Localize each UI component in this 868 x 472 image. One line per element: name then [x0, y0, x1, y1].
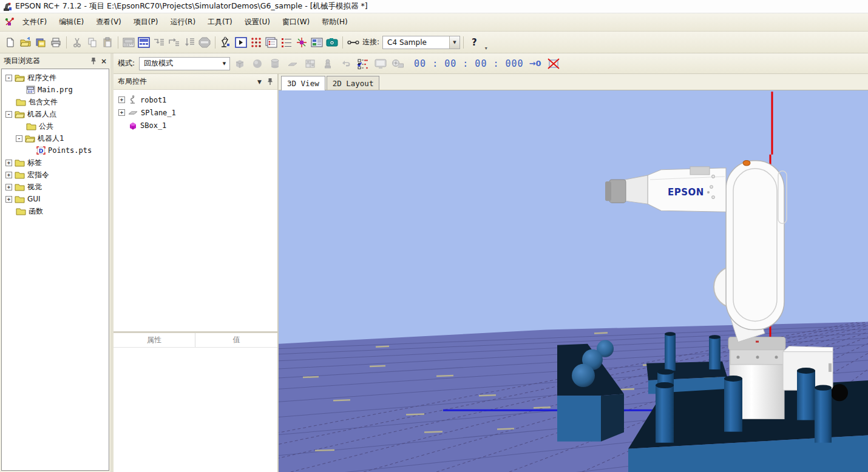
camera-viewer-icon[interactable] — [325, 35, 339, 50]
toolbar-overflow-icon[interactable]: ▾ — [483, 46, 490, 51]
add-hand-icon[interactable] — [320, 56, 336, 71]
vision-guide-icon[interactable] — [294, 35, 309, 50]
connection-combobox[interactable]: C4 Sample ▼ — [382, 36, 460, 49]
add-cylinder-icon[interactable] — [267, 56, 283, 71]
expander-icon[interactable]: - — [16, 135, 22, 142]
tree-item-program-files[interactable]: - 程序文件 — [2, 72, 109, 84]
chevron-down-icon[interactable]: ▼ — [257, 79, 262, 85]
io-monitor-icon[interactable] — [249, 35, 263, 50]
delete-marker-icon[interactable] — [546, 56, 561, 71]
layout-item-splane1[interactable]: + SPlane_1 — [114, 106, 277, 119]
end-effector-flange[interactable] — [609, 180, 626, 203]
menu-project[interactable]: 项目(P) — [127, 14, 164, 30]
expander-icon[interactable]: + — [5, 160, 12, 166]
expander-icon[interactable]: + — [5, 196, 12, 203]
menu-view[interactable]: 查看(V) — [90, 14, 127, 30]
chevron-down-icon[interactable]: ▼ — [449, 36, 459, 49]
menu-edit[interactable]: 编辑(E) — [53, 14, 90, 30]
task-manager-icon[interactable] — [264, 35, 279, 50]
tree-item-robot1-folder[interactable]: - 机器人1 — [2, 132, 109, 144]
connect-plug-icon — [346, 35, 361, 50]
simulator-toolbar: 模式: 回放模式 ▼ — [114, 53, 868, 74]
stop-icon[interactable] — [197, 35, 212, 50]
tree-item-label: Points.pts — [48, 146, 92, 155]
record-video-icon[interactable] — [390, 56, 406, 71]
expander-icon[interactable]: + — [5, 184, 12, 190]
tree-item-functions[interactable]: 函数 — [2, 205, 109, 217]
tree-item-include-files[interactable]: 包含文件 — [2, 96, 109, 108]
close-icon[interactable]: × — [101, 57, 107, 66]
tree-item-labels[interactable]: + 标签 — [2, 157, 109, 169]
magenta-box-icon — [129, 121, 137, 130]
menu-help[interactable]: 帮助(H) — [316, 14, 353, 30]
tree-item-vision[interactable]: + 视觉 — [2, 181, 109, 193]
property-table-body[interactable] — [114, 348, 277, 472]
new-document-icon[interactable] — [3, 35, 18, 50]
expander-icon[interactable]: - — [5, 111, 12, 118]
tree-item-label: 标签 — [27, 158, 42, 168]
black-sphere[interactable] — [831, 384, 848, 401]
tab-3d-view[interactable]: 3D View — [281, 76, 325, 90]
tree-item-robot-points[interactable]: - 机器人点 — [2, 108, 109, 120]
collision-list-icon[interactable] — [355, 56, 371, 71]
window-title: EPSON RC+ 7.1.2 - 项目 E:\EpsonRC70\Projec… — [15, 1, 368, 12]
pin-icon[interactable] — [90, 57, 97, 65]
tree-item-common[interactable]: 公共 — [2, 120, 109, 132]
project-tree[interactable]: - 程序文件 Main.prg 包含文件 - 机器人点 公共 — [1, 69, 109, 471]
layout-panel-title: 布局控件 — [118, 76, 252, 87]
menu-window[interactable]: 窗口(W) — [276, 14, 316, 30]
help-button[interactable]: ? — [467, 37, 482, 48]
open-project-icon[interactable] — [18, 35, 33, 50]
tree-item-label: GUI — [27, 195, 41, 203]
robot-manager-icon[interactable] — [219, 35, 233, 50]
copy-icon[interactable] — [85, 35, 100, 50]
chevron-down-icon[interactable]: ▼ — [219, 58, 229, 70]
tree-item-macros[interactable]: + 宏指令 — [2, 169, 109, 181]
tab-2d-layout[interactable]: 2D Layout — [327, 76, 380, 90]
simulator-viewport: 3D View 2D Layout — [279, 74, 868, 472]
program-file-icon — [26, 86, 35, 94]
tree-item-points-pts[interactable]: D Points.pts — [2, 144, 109, 157]
expander-icon[interactable]: - — [5, 75, 12, 81]
expander-icon[interactable]: + — [118, 96, 125, 103]
command-window-icon[interactable] — [279, 35, 294, 50]
undo-icon[interactable] — [337, 56, 353, 71]
menu-setup[interactable]: 设置(U) — [239, 14, 276, 30]
print-icon[interactable] — [49, 35, 63, 50]
expander-icon[interactable]: + — [5, 172, 12, 178]
folder-open-icon — [15, 110, 25, 118]
import-cad-icon[interactable] — [302, 56, 318, 71]
expander-icon[interactable]: + — [118, 109, 125, 116]
scene-3d[interactable]: EPSON — [279, 90, 868, 472]
layout-item-robot1[interactable]: + robot1 — [114, 93, 277, 106]
add-sphere-icon[interactable] — [249, 56, 265, 71]
menu-tools[interactable]: 工具(T) — [202, 14, 239, 30]
run-window-icon[interactable] — [234, 35, 248, 50]
project-folders-icon[interactable] — [33, 35, 48, 50]
layout-item-sbox1[interactable]: SBox_1 — [114, 119, 277, 132]
add-box-icon[interactable] — [232, 56, 248, 71]
menu-file[interactable]: 文件(F) — [16, 14, 53, 30]
tree-item-main-prg[interactable]: Main.prg — [2, 84, 109, 96]
editor-window-icon[interactable] — [121, 35, 136, 50]
mode-label: 模式: — [118, 58, 135, 69]
display-monitor-icon[interactable] — [373, 56, 388, 71]
step-over-icon[interactable] — [167, 35, 181, 50]
layout-tree[interactable]: + robot1 + SPlane_1 — [114, 90, 277, 333]
step-into-icon[interactable] — [152, 35, 166, 50]
plane-icon — [128, 109, 138, 116]
project-panel-header: 项目浏览器 × — [0, 53, 110, 69]
step-out-icon[interactable] — [182, 35, 197, 50]
tree-item-label: 视觉 — [27, 182, 42, 192]
tree-item-gui[interactable]: + GUI — [2, 193, 109, 205]
cut-icon[interactable] — [70, 35, 84, 50]
pin-icon[interactable] — [267, 78, 273, 86]
paste-icon[interactable] — [100, 35, 115, 50]
mode-combobox[interactable]: 回放模式 ▼ — [139, 57, 230, 70]
io-label-editor-icon[interactable] — [310, 35, 324, 50]
add-plane-icon[interactable] — [285, 56, 300, 71]
lcd-panel-icon[interactable] — [137, 35, 151, 50]
menu-run[interactable]: 运行(R) — [164, 14, 202, 30]
scene-canvas[interactable]: EPSON — [279, 90, 868, 472]
jump-to-zero-icon[interactable]: →0 — [529, 59, 541, 68]
